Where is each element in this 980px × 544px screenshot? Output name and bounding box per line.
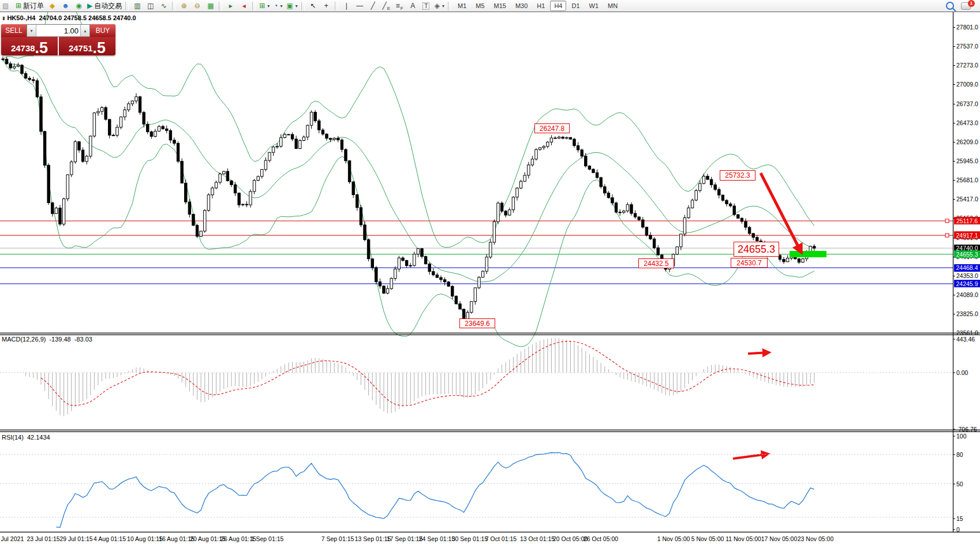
sell-price[interactable]: 24738 .5 [1, 37, 58, 55]
tb-new-order-button[interactable]: ⊞新订单 [14, 1, 45, 11]
candle-body [78, 142, 80, 150]
buy-price-pip: .5 [93, 42, 106, 55]
candle-body [607, 193, 609, 198]
price-callout[interactable]: 24530.7 [731, 258, 768, 268]
tb-vertical-line-button[interactable]: | [341, 1, 353, 11]
notifications-icon[interactable]: 1 [961, 2, 971, 10]
time-axis-label: 13 Oct 01:15 [520, 535, 555, 542]
timeframe-d1-button[interactable]: D1 [567, 1, 583, 11]
level-line-handle[interactable] [945, 234, 949, 237]
tb-clipped-left-button[interactable]: ▨ [1, 1, 13, 11]
tb-text-button[interactable]: A [407, 1, 419, 11]
level-line-handle[interactable] [945, 219, 949, 223]
candle-body [66, 175, 69, 199]
candle-body [497, 203, 499, 222]
candle-body [615, 203, 617, 212]
candle-body [535, 149, 537, 159]
tb-periods-button[interactable]: ◔▾ [272, 1, 284, 11]
highlight-box[interactable] [790, 251, 826, 257]
macd-signal-line [41, 342, 814, 406]
tb-equidistant-channel-button[interactable]: ╱E [380, 1, 392, 11]
candle-body [398, 258, 400, 269]
tb-new-chart-button[interactable]: ⊞▾ [258, 1, 271, 11]
macd-trend-arrow[interactable] [748, 352, 769, 354]
tb-fibonacci-button[interactable]: ≡F [394, 1, 406, 11]
candle-body [687, 208, 690, 217]
price-callout[interactable]: 23649.6 [459, 318, 495, 328]
candle-body [24, 73, 27, 78]
tb-line-chart-button[interactable]: ∿ [158, 1, 170, 11]
candle-body [341, 140, 343, 149]
price-callout[interactable]: 24655.3 [734, 242, 779, 257]
volume-input[interactable]: 1.00 [36, 25, 80, 36]
rsi-trend-arrow[interactable] [733, 454, 768, 459]
volume-increase-button[interactable]: ▴ [80, 25, 89, 36]
tb-trend-line-button[interactable]: ╱ [367, 1, 379, 11]
volume-decrease-button[interactable]: ▾ [27, 25, 36, 36]
rsi-name: RSI(14) [2, 434, 24, 441]
timeframe-h4-button[interactable]: H4 [550, 1, 566, 11]
tb-auto-trading-button[interactable]: ▶自动交易 [86, 1, 123, 11]
tb-cursor-button[interactable]: ↖ [307, 1, 319, 11]
sell-button[interactable]: SELL [1, 24, 27, 37]
chart-canvas[interactable] [0, 0, 980, 544]
tb-bar-chart-button[interactable]: ▥ [131, 1, 143, 11]
tb-zoom-out-button[interactable]: ⊖ [191, 1, 203, 11]
candle-body [74, 142, 76, 162]
sell-price-main: 24738 [11, 44, 35, 52]
bar-chart-icon: ▥ [134, 2, 140, 10]
search-icon[interactable] [946, 2, 954, 10]
tb-market-watch-button[interactable]: ◆ [46, 1, 58, 11]
tb-zoom-in-button[interactable]: ⊕ [178, 1, 190, 11]
candle-body [245, 204, 248, 205]
timeframe-m15-button[interactable]: M15 [490, 1, 510, 11]
candle-body [131, 101, 133, 104]
candle-body [634, 213, 636, 217]
price-callout[interactable]: 24432.5 [638, 258, 674, 268]
candle-body [783, 260, 785, 262]
time-axis-label: 1 Nov 05:00 [657, 535, 690, 542]
tb-auto-scroll-button[interactable]: ▸ [225, 1, 237, 11]
tb-candlestick-chart-button[interactable]: ◫ [144, 1, 156, 11]
text-icon: A [410, 2, 415, 10]
toolbar-separator [125, 2, 129, 10]
tb-chart-shift-button[interactable]: ◂ [238, 1, 250, 11]
candle-body [493, 222, 495, 242]
candle-body [443, 280, 446, 282]
tb-tile-windows-button[interactable]: ▦ [204, 1, 216, 11]
candle-body [158, 126, 160, 131]
tb-shapes-button[interactable]: ◈▾ [433, 1, 446, 11]
candle-body [226, 171, 229, 181]
timeframe-mn-button[interactable]: MN [604, 1, 622, 11]
candle-body [409, 265, 412, 266]
price-callout[interactable]: 26247.8 [534, 123, 570, 133]
buy-price[interactable]: 24751 .5 [58, 37, 115, 55]
new-chart-dropdown-caret[interactable]: ▾ [267, 3, 270, 9]
candle-body [432, 272, 435, 275]
tb-templates-button[interactable]: ▣▾ [285, 1, 298, 11]
time-axis-label: 17 Nov 05:00 [761, 535, 797, 542]
candle-body [581, 150, 583, 156]
tb-crosshair-button[interactable]: + [320, 1, 332, 11]
tb-text-label-button[interactable]: T [420, 1, 432, 11]
tb-strategy-signal-button[interactable]: ◉ [73, 1, 85, 11]
price-level-label: 24468.4 [954, 264, 980, 272]
price-callout[interactable]: 25732.3 [720, 170, 755, 181]
buy-button[interactable]: BUY [90, 24, 115, 37]
templates-dropdown-caret[interactable]: ▾ [296, 3, 298, 9]
timeframe-m30-button[interactable]: M30 [511, 1, 532, 11]
candle-body [748, 227, 750, 234]
timeframe-h1-button[interactable]: H1 [533, 1, 549, 11]
timeframe-m1-button[interactable]: M1 [454, 1, 470, 11]
timeframe-m5-button[interactable]: M5 [472, 1, 488, 11]
symbol-quote-bar: ▮ HK50-,H4 24704.0 24758.5 24658.5 24740… [2, 14, 136, 21]
main-toolbar: ▨⊞新订单◆☻◉▶自动交易▥◫∿⊕⊖▦▸◂⊞▾◔▾▣▾↖+|—╱╱E≡FAT◈▾… [0, 0, 980, 12]
shapes-dropdown-caret[interactable]: ▾ [442, 3, 444, 9]
tb-horizontal-line-button[interactable]: — [354, 1, 366, 11]
periods-dropdown-caret[interactable]: ▾ [280, 3, 282, 9]
trend-arrow[interactable] [761, 173, 801, 252]
candle-body [394, 269, 397, 278]
timeframe-w1-button[interactable]: W1 [585, 1, 603, 11]
tb-terminal-button[interactable]: ☻ [59, 1, 72, 11]
periods-icon: ◔ [274, 2, 278, 10]
